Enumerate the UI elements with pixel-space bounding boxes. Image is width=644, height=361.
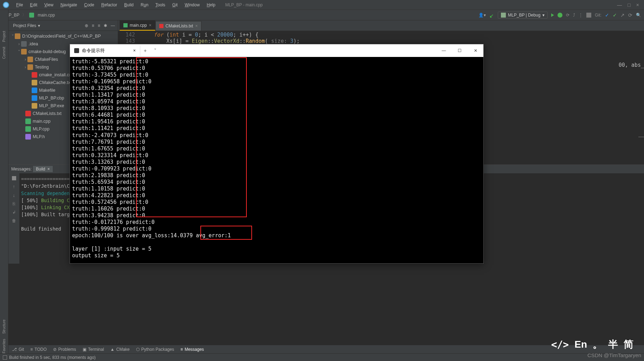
terminal-close[interactable]: ✕	[468, 44, 483, 57]
tree-cmakelists[interactable]: CMakeLists.txt	[33, 111, 62, 116]
tree-makefile[interactable]: Makefile	[39, 88, 56, 93]
run-config-label: MLP_BP | Debug	[508, 13, 540, 18]
window-maximize[interactable]: □	[627, 2, 630, 8]
window-close[interactable]: ×	[636, 2, 639, 8]
ime-code-icon[interactable]: </>	[551, 339, 569, 350]
cpp-file-icon	[25, 126, 31, 132]
menu-file[interactable]: FFileile	[13, 1, 26, 8]
breadcrumb-file[interactable]: main.cpp	[38, 13, 55, 18]
terminal-tab[interactable]: 命令提示符 ×	[70, 46, 140, 56]
terminal-minimize[interactable]: —	[436, 44, 452, 57]
locate-icon[interactable]: ⊕	[85, 23, 88, 28]
menu-window[interactable]: Window	[182, 1, 202, 8]
tool-git[interactable]: ⎇ Git	[12, 347, 24, 352]
settings-icon[interactable]: ✱	[104, 23, 107, 28]
tree-cbp[interactable]: MLP_BP.cbp	[39, 96, 64, 101]
fold-icon[interactable]: —	[638, 134, 644, 140]
git-commit-icon[interactable]: ✓	[613, 12, 617, 18]
tool-terminal[interactable]: ▣ Terminal	[83, 347, 104, 352]
menu-refactor[interactable]: Refactor	[98, 1, 120, 8]
undo-icon[interactable]: ↙	[489, 13, 494, 18]
menu-code[interactable]: Code	[81, 1, 97, 8]
tree-cbd[interactable]: cmake-build-debug	[28, 49, 66, 54]
close-icon[interactable]: ×	[133, 48, 136, 53]
window-minimize[interactable]: —	[617, 2, 622, 8]
search-icon[interactable]: 🔍	[636, 13, 641, 18]
tool-problems[interactable]: ⊘ Problems	[53, 347, 76, 352]
profile-icon[interactable]: ⤴	[573, 13, 575, 18]
tool-todo[interactable]: ≡ TODO	[30, 347, 46, 352]
filter-icon[interactable]: ⎘	[13, 201, 15, 206]
tool-messages[interactable]: ≡ Messages	[180, 347, 204, 352]
stop-icon[interactable]	[12, 176, 16, 180]
folder-icon	[21, 41, 27, 47]
folder-icon	[21, 49, 27, 54]
close-icon[interactable]: ×	[149, 23, 152, 28]
tool-cmake[interactable]: ▲ CMake	[110, 347, 130, 352]
editor-tab-cmakelists[interactable]: CMakeLists.txt ×	[155, 21, 202, 31]
tree-testing[interactable]: Testing	[35, 65, 49, 70]
tree-cmakecache[interactable]: CMakeCache.txt	[39, 80, 71, 85]
window-context: MLP_BP - main.cpp	[225, 2, 263, 7]
git-push-icon[interactable]: ↗	[620, 12, 625, 18]
new-tab-button[interactable]: +	[140, 48, 150, 53]
ime-lang[interactable]: En	[574, 339, 587, 350]
ime-width[interactable]: 半	[608, 338, 618, 351]
menu-git[interactable]: Git	[169, 1, 180, 8]
menu-view[interactable]: View	[41, 1, 56, 8]
code-area[interactable]: 142 143 for (int i = 0; i < 20000; i++) …	[118, 31, 644, 44]
editor-tab-main[interactable]: main.cpp ×	[120, 20, 155, 31]
wrap-icon[interactable]: ↲	[12, 210, 16, 215]
ime-punct[interactable]: 。	[593, 338, 603, 351]
folder-icon	[15, 33, 20, 39]
terminal-maximize[interactable]: ☐	[452, 44, 468, 57]
menu-help[interactable]: Help	[204, 1, 218, 8]
tool-python-packages[interactable]: ⬡ Python Packages	[136, 347, 174, 352]
more-run-icon[interactable]: ⋮	[579, 13, 583, 18]
status-indicator-icon[interactable]	[3, 355, 7, 360]
menu-tools[interactable]: Tools	[153, 1, 168, 8]
menu-navigate[interactable]: Navigate	[58, 1, 80, 8]
file-icon	[32, 95, 37, 101]
hide-icon[interactable]: —	[111, 23, 115, 28]
menu-edit[interactable]: Edit	[27, 1, 40, 8]
left-tool-strip: Project Commit Structure Favorites	[0, 10, 8, 353]
user-icon[interactable]: 👤▾	[478, 13, 486, 18]
debug-button[interactable]	[558, 13, 562, 18]
git-history-icon[interactable]: ⟳	[628, 12, 632, 18]
coverage-icon[interactable]: ⟳	[566, 13, 569, 18]
breadcrumb-bar: MLP_BP 〉 main.cpp 👤▾ ↙ MLP_BP | Debug ▾ …	[0, 10, 644, 20]
project-view-selector[interactable]: Project Files ▾	[11, 23, 40, 28]
trash-icon[interactable]: 🗑	[12, 218, 16, 223]
menu-run[interactable]: Run	[138, 1, 151, 8]
tree-root[interactable]: D:\Originalcodes\Field_of_C++\MLP_BP	[22, 34, 101, 39]
down-arrow-icon[interactable]: ↓	[13, 193, 15, 198]
git-label: Git:	[595, 13, 601, 18]
git-update-icon[interactable]: ✓	[605, 12, 609, 18]
tab-dropdown[interactable]: ˅	[150, 48, 160, 53]
tree-idea[interactable]: .idea	[28, 41, 38, 46]
tab-project[interactable]: Project	[2, 31, 6, 42]
tree-cmakefiles[interactable]: CMakeFiles	[35, 57, 58, 62]
messages-tab-build[interactable]: Build ×	[33, 166, 53, 172]
run-config-selector[interactable]: MLP_BP | Debug ▾	[498, 12, 548, 19]
terminal-titlebar[interactable]: 命令提示符 × + ˅ — ☐ ✕	[70, 44, 483, 57]
tool-window-bar: ⎇ Git ≡ TODO ⊘ Problems ▣ Terminal ▲ CMa…	[8, 345, 644, 353]
tab-commit[interactable]: Commit	[2, 47, 6, 59]
close-icon[interactable]: ×	[47, 167, 50, 172]
up-arrow-icon[interactable]: ↑	[13, 184, 15, 189]
expand-icon[interactable]: ≡	[92, 23, 94, 28]
stop-button[interactable]	[586, 13, 591, 18]
tree-exe[interactable]: MLP_BP.exe	[39, 103, 64, 108]
close-icon[interactable]: ×	[195, 24, 198, 28]
menu-build[interactable]: Build	[121, 1, 136, 8]
terminal-output[interactable]: truth:-5.85321 predict:0truth:0.53706 pr…	[70, 57, 483, 263]
run-button[interactable]	[551, 13, 554, 17]
tab-favorites[interactable]: Favorites	[2, 339, 6, 353]
ime-trad[interactable]: 简	[624, 338, 633, 351]
tree-mlph[interactable]: MLP.h	[33, 134, 45, 139]
tab-structure[interactable]: Structure	[2, 320, 6, 334]
collapse-icon[interactable]: ≡	[98, 23, 100, 28]
tree-maincpp[interactable]: main.cpp	[33, 119, 51, 124]
tree-mlpcpp[interactable]: MLP.cpp	[33, 127, 50, 131]
